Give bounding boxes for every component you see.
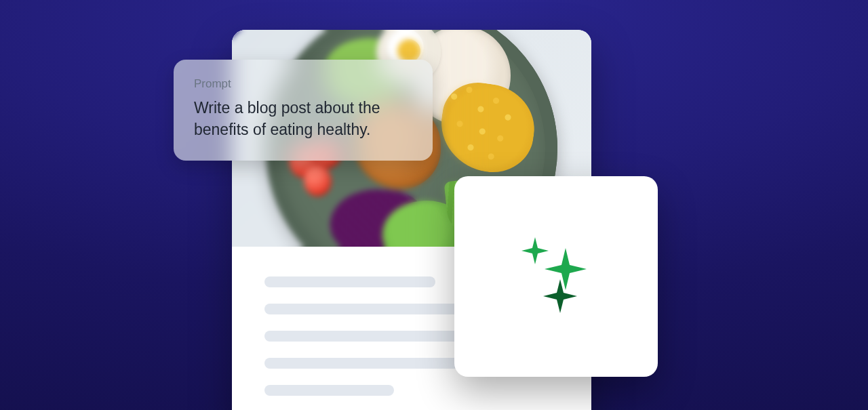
prompt-input[interactable]: Write a blog post about the benefits of … bbox=[194, 98, 412, 140]
sparkles-icon bbox=[512, 236, 600, 317]
placeholder-line bbox=[264, 385, 394, 396]
prompt-card[interactable]: Prompt Write a blog post about the benef… bbox=[174, 60, 433, 161]
prompt-label: Prompt bbox=[194, 77, 412, 91]
ai-generate-card[interactable] bbox=[454, 176, 658, 377]
placeholder-line bbox=[264, 276, 435, 287]
